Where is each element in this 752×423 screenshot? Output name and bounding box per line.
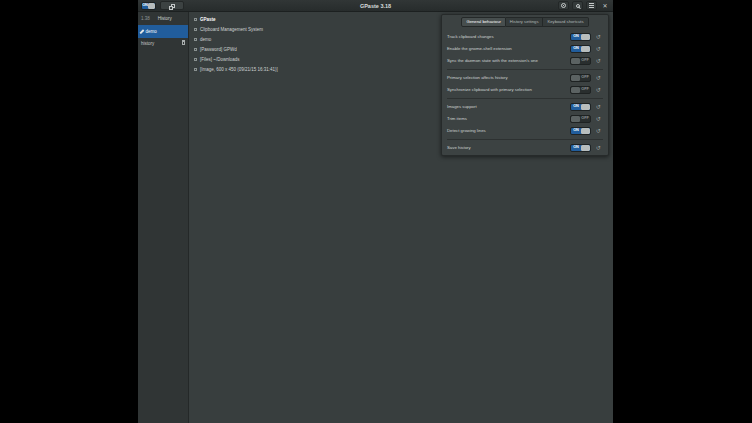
search-icon <box>576 4 580 8</box>
reset-button[interactable]: ↺ <box>594 103 603 112</box>
reset-icon: ↺ <box>596 116 601 122</box>
tab-history-settings[interactable]: History settings <box>506 17 544 27</box>
setting-label: Track clipboard changes <box>447 35 570 40</box>
sidebar-item-history[interactable]: history <box>138 38 188 48</box>
setting-row: Primary selection affects history OFF ↺ <box>447 72 603 84</box>
switch-knob <box>581 104 590 110</box>
item-icon <box>194 48 197 51</box>
setting-label: Trim items <box>447 117 570 122</box>
close-icon: ✕ <box>602 3 607 9</box>
menu-icon <box>589 3 594 8</box>
reset-icon: ↺ <box>596 128 601 134</box>
copy-icon <box>171 4 175 8</box>
settings-tabs: General behaviour History settings Keybo… <box>447 17 603 27</box>
toggle-switch-label: ON <box>571 35 581 39</box>
gpaste-window: ON GPaste 3.18 ✕ 1.38 History <box>138 0 613 423</box>
switch-knob <box>571 75 580 81</box>
sidebar-item-label: history <box>141 41 179 46</box>
reset-icon: ↺ <box>596 87 601 93</box>
setting-label: Save history <box>447 146 570 151</box>
sidebar-item-label: demo <box>146 29 186 34</box>
sidebar-item-demo[interactable]: demo <box>138 25 188 38</box>
reset-icon: ↺ <box>596 145 601 151</box>
reset-icon: ↺ <box>596 75 601 81</box>
toggle-switch[interactable]: ON <box>570 144 591 152</box>
item-icon <box>194 18 197 21</box>
reset-button[interactable]: ↺ <box>594 57 603 66</box>
setting-row: Detect growing lines ON ↺ <box>447 125 603 137</box>
toggle-switch-label: ON <box>571 129 581 133</box>
toggle-switch[interactable]: OFF <box>570 74 591 82</box>
sidebar-header[interactable]: 1.38 History <box>138 12 188 25</box>
setting-row: Save history ON ↺ <box>447 142 603 154</box>
reset-button[interactable]: ↺ <box>594 86 603 95</box>
toggle-switch-label: OFF <box>580 117 590 121</box>
reset-icon: ↺ <box>596 104 601 110</box>
reset-button[interactable]: ↺ <box>594 115 603 124</box>
switch-knob <box>581 34 590 40</box>
reset-button[interactable]: ↺ <box>594 45 603 54</box>
setting-label: Images support <box>447 105 570 110</box>
toggle-switch[interactable]: ON <box>570 127 591 135</box>
reset-button[interactable]: ↺ <box>594 74 603 83</box>
tracking-switch[interactable]: ON <box>141 2 156 10</box>
toggle-switch[interactable]: OFF <box>570 57 591 65</box>
separator <box>447 98 603 99</box>
reset-button[interactable]: ↺ <box>594 33 603 42</box>
separator <box>447 139 603 140</box>
settings-button[interactable] <box>558 1 569 10</box>
toggle-switch-label: OFF <box>580 59 590 63</box>
settings-panel: General behaviour History settings Keybo… <box>441 14 609 156</box>
item-text: Clipboard Management System <box>200 27 263 32</box>
setting-label: Primary selection affects history <box>447 76 570 81</box>
setting-label: Detect growing lines <box>447 129 570 134</box>
toggle-switch-label: OFF <box>580 76 590 80</box>
separator <box>447 69 603 70</box>
setting-label: Sync the daemon state with the extension… <box>447 59 570 64</box>
tab-keyboard-shortcuts[interactable]: Keyboard shortcuts <box>543 17 588 27</box>
switch-knob <box>571 116 580 122</box>
item-text: demo <box>200 37 211 42</box>
toggle-switch[interactable]: OFF <box>570 86 591 94</box>
item-text: [Password] GPWd <box>200 47 237 52</box>
window-title: GPaste 3.18 <box>138 3 613 9</box>
item-text: [Files] ~/Downloads <box>200 57 239 62</box>
reset-button[interactable]: ↺ <box>594 144 603 153</box>
setting-row: Sync the daemon state with the extension… <box>447 55 603 67</box>
reset-icon: ↺ <box>596 58 601 64</box>
toggle-switch[interactable]: ON <box>570 33 591 41</box>
reset-icon: ↺ <box>596 34 601 40</box>
setting-row: Enable the gnome-shell extension ON ↺ <box>447 43 603 55</box>
history-name-label: History <box>158 16 172 21</box>
toggle-switch[interactable]: OFF <box>570 115 591 123</box>
switch-knob <box>148 3 155 9</box>
reset-icon: ↺ <box>596 46 601 52</box>
toggle-switch-label: ON <box>571 105 581 109</box>
switch-knob <box>581 128 590 134</box>
setting-row: Track clipboard changes ON ↺ <box>447 31 603 43</box>
toggle-switch[interactable]: ON <box>570 103 591 111</box>
item-text: GPaste <box>200 17 216 22</box>
menu-button[interactable] <box>586 1 597 10</box>
switch-knob <box>571 87 580 93</box>
edit-icon <box>139 29 144 34</box>
switch-knob <box>581 145 590 151</box>
search-button[interactable] <box>572 1 583 10</box>
item-icon <box>194 38 197 41</box>
toggle-switch[interactable]: ON <box>570 45 591 53</box>
trash-icon[interactable] <box>182 41 185 45</box>
gear-icon <box>561 3 566 8</box>
setting-row: Synchronize clipboard with primary selec… <box>447 84 603 96</box>
toggle-switch-label: ON <box>571 146 581 150</box>
switch-knob <box>581 46 590 52</box>
copy-button[interactable] <box>160 1 184 10</box>
setting-row: Images support ON ↺ <box>447 101 603 113</box>
header-bar: ON GPaste 3.18 ✕ <box>138 0 613 12</box>
item-icon <box>194 28 197 31</box>
tab-general-behaviour[interactable]: General behaviour <box>461 17 505 27</box>
toggle-switch-label: ON <box>571 47 581 51</box>
reset-button[interactable]: ↺ <box>594 127 603 136</box>
toggle-switch-label: OFF <box>580 88 590 92</box>
close-button[interactable]: ✕ <box>600 1 610 11</box>
item-text: [Image, 600 x 450 (09/21/15 16:31:41)] <box>200 67 278 72</box>
